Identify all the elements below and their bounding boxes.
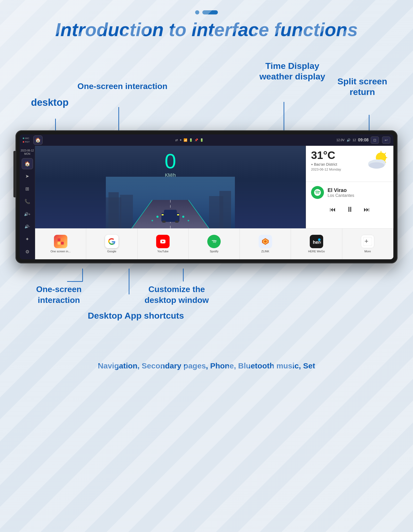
device-frame: MIC RST 🏠 ⇄ ✦ 📶 🔋 📌 🔋 12.0V (15, 130, 398, 263)
app-item-youtube[interactable]: YouTube (138, 229, 189, 259)
weather-location: ● Bao'an District (311, 162, 365, 166)
annotation-time-display: Time Displayweather display (259, 61, 325, 82)
road-svg (35, 177, 306, 228)
more-label: More (364, 250, 371, 253)
music-panel: El Virao Los Cantantes ⏮ ⏸ ⏭ (306, 182, 393, 228)
sidebar-item-home[interactable]: 🏠 (22, 158, 33, 169)
return-button[interactable]: ↩ (382, 136, 390, 144)
track-artist: Los Cantantes (328, 193, 354, 198)
svg-point-22 (152, 220, 153, 221)
app-item-zlink[interactable]: ZLINK (240, 229, 291, 259)
svg-text:+: + (364, 237, 368, 245)
weather-date: 2023-06-12 Monday (311, 167, 365, 171)
sidebar-item-navigate[interactable]: ➤ (22, 171, 33, 182)
page-title: Introduction to interface functions (0, 20, 413, 40)
onescreen-label: One screen in... (51, 250, 71, 253)
app-item-google[interactable]: Google (86, 229, 137, 259)
music-track: El Virao Los Cantantes (311, 186, 388, 199)
here-label: HERE WeGo (308, 250, 325, 253)
screen-content: 2023-06-12 MON 🏠 ➤ ⊞ 📞 🔊+ 🔊- ✦ ⚙ 0 (20, 146, 393, 259)
sidebar-item-phone[interactable]: 📞 (22, 196, 33, 207)
sidebar-item-settings[interactable]: ⚙ (22, 246, 33, 257)
zlink-label: ZLINK (261, 250, 269, 253)
status-bar: MIC RST 🏠 ⇄ ✦ 📶 🔋 📌 🔋 12.0V (20, 134, 393, 146)
pause-button[interactable]: ⏸ (346, 205, 353, 214)
spotify-app-icon (207, 235, 221, 248)
speed-widget: 0 KM/h (35, 146, 306, 228)
device-side-button (13, 151, 15, 197)
zlink-app-icon (259, 235, 272, 248)
svg-text:.: . (319, 239, 319, 241)
app-item-spotify[interactable]: Spotify (189, 229, 240, 259)
status-right: 12.0V 🔊 12 09:08 (336, 138, 369, 142)
music-controls: ⏮ ⏸ ⏭ (311, 205, 388, 214)
annotation-app-shortcuts: Desktop App shortcuts (88, 310, 184, 321)
more-app-icon: + (361, 235, 374, 248)
sidebar: 2023-06-12 MON 🏠 ➤ ⊞ 📞 🔊+ 🔊- ✦ ⚙ (20, 146, 35, 259)
dot-circle (195, 10, 199, 14)
svg-rect-18 (162, 214, 164, 215)
road-illustration (35, 177, 306, 228)
main-area: 0 KM/h (35, 146, 393, 259)
status-center-icons: ⇄ ✦ 📶 🔋 📌 🔋 (45, 138, 334, 142)
app-item-more[interactable]: + More (342, 229, 393, 259)
dot-rectangle (202, 10, 218, 14)
annotation-desktop: desktop (31, 97, 69, 109)
svg-rect-9 (219, 191, 231, 228)
prev-button[interactable]: ⏮ (330, 206, 336, 213)
connector-lines-bottom (15, 269, 398, 346)
weather-panel: 31°C ● Bao'an District 2023-06-12 Monday (306, 146, 393, 182)
app-shortcuts: One screen in... (35, 228, 393, 259)
annotation-onescreen-top: One-screen interaction (77, 81, 168, 91)
mic-rst-labels: MIC RST (23, 137, 30, 143)
main-top: 0 KM/h (35, 146, 393, 228)
google-label: Google (107, 250, 116, 253)
svg-rect-17 (175, 221, 179, 223)
sidebar-item-volume-down[interactable]: 🔊- (22, 221, 33, 232)
svg-point-32 (369, 162, 384, 168)
svg-rect-6 (108, 192, 119, 228)
track-name: El Virao (328, 187, 354, 193)
weather-icon (368, 150, 388, 172)
youtube-app-icon (156, 235, 170, 248)
annotation-split-screen: Split screenreturn (337, 76, 387, 97)
spotify-label: Spotify (210, 250, 219, 253)
spotify-music-icon (311, 186, 324, 199)
device-screen: MIC RST 🏠 ⇄ ✦ 📶 🔋 📌 🔋 12.0V (20, 134, 393, 259)
weather-temperature: 31°C (311, 150, 365, 161)
annotation-onescreen-bottom: One-screeninteraction (36, 284, 82, 305)
svg-rect-35 (58, 242, 60, 245)
svg-rect-15 (164, 210, 177, 214)
app-item-onescreen[interactable]: One screen in... (35, 229, 86, 259)
svg-rect-36 (61, 242, 64, 245)
home-button[interactable]: 🏠 (33, 135, 43, 145)
svg-rect-7 (120, 195, 133, 228)
svg-line-26 (384, 153, 386, 154)
svg-rect-33 (58, 238, 60, 241)
bottom-nav-text: Navigation, Secondary pages, Phone, Blue… (0, 361, 413, 370)
weather-info: 31°C ● Bao'an District 2023-06-12 Monday (311, 150, 365, 171)
svg-point-20 (156, 216, 158, 218)
bottom-annotations-area: One-screeninteraction Customize thedeskt… (15, 269, 398, 346)
sidebar-item-apps[interactable]: ⊞ (22, 183, 33, 195)
svg-point-21 (182, 216, 184, 218)
sidebar-item-volume-up[interactable]: 🔊+ (22, 208, 33, 220)
svg-point-23 (188, 220, 189, 221)
app-item-here[interactable]: here . HERE WeGo (291, 229, 342, 259)
sidebar-date: 2023-06-12 MON (21, 149, 34, 156)
device-area: desktop One-screen interaction Time Disp… (0, 55, 413, 346)
youtube-label: YouTube (157, 250, 169, 253)
sidebar-item-bluetooth[interactable]: ✦ (22, 234, 33, 245)
svg-rect-16 (162, 221, 166, 223)
annotation-customize-desktop: Customize thedesktop window (145, 284, 209, 305)
google-app-icon (105, 235, 118, 248)
next-button[interactable]: ⏭ (364, 206, 370, 213)
onescreen-app-icon (54, 235, 67, 248)
right-panels: 31°C ● Bao'an District 2023-06-12 Monday (306, 146, 393, 228)
here-app-icon: here . (310, 235, 323, 248)
track-info: El Virao Los Cantantes (328, 187, 354, 198)
svg-rect-19 (177, 214, 179, 215)
split-screen-button[interactable]: ⊡ (371, 136, 379, 144)
speed-value: 0 (165, 151, 176, 172)
svg-rect-34 (61, 238, 64, 241)
